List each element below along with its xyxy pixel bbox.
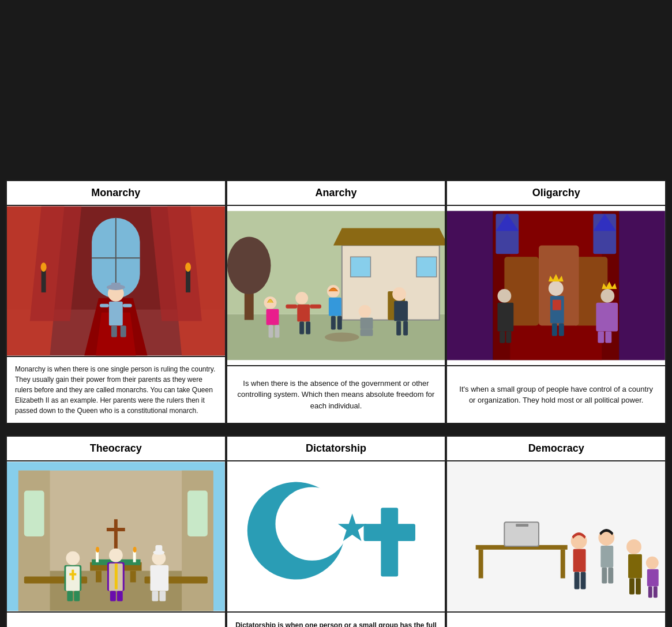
svg-rect-37: [299, 322, 304, 335]
svg-rect-137: [628, 554, 642, 579]
svg-point-90: [96, 547, 99, 553]
svg-rect-42: [337, 316, 341, 330]
svg-rect-14: [109, 302, 123, 326]
svg-rect-86: [96, 571, 102, 583]
svg-rect-108: [117, 591, 123, 601]
svg-rect-142: [648, 586, 652, 598]
democracy-description: Democracy is when the member of the stat…: [447, 611, 665, 627]
svg-rect-120: [381, 508, 398, 576]
svg-point-140: [646, 557, 659, 569]
svg-rect-84: [187, 490, 208, 536]
svg-rect-115: [159, 591, 166, 601]
oligarchy-description: It's when a small group of people have c…: [447, 365, 665, 423]
svg-rect-38: [306, 322, 310, 335]
monarchy-title: Monarchy: [7, 181, 225, 206]
svg-rect-113: [150, 565, 168, 591]
page-container: Monarchy: [6, 180, 666, 447]
svg-rect-101: [74, 591, 80, 601]
bottom-row: Theocracy: [6, 435, 666, 447]
oligarchy-cell: Oligarchy: [446, 180, 666, 424]
svg-rect-24: [350, 257, 370, 277]
svg-rect-94: [107, 528, 125, 531]
democracy-title: Democracy: [447, 437, 665, 461]
svg-point-136: [626, 539, 641, 554]
theocracy-cell: Theocracy: [6, 435, 226, 627]
svg-rect-49: [403, 321, 408, 336]
svg-rect-16: [123, 304, 132, 307]
svg-rect-141: [647, 569, 659, 587]
monarchy-image: [7, 206, 225, 356]
anarchy-image: [227, 206, 445, 365]
svg-point-97: [66, 551, 80, 565]
svg-rect-139: [636, 579, 641, 595]
svg-rect-129: [573, 549, 586, 572]
svg-rect-63: [498, 303, 514, 332]
svg-rect-112: [155, 545, 162, 553]
svg-rect-131: [581, 572, 586, 590]
svg-point-28: [325, 332, 359, 341]
svg-rect-35: [286, 305, 297, 309]
svg-rect-9: [186, 269, 190, 292]
monarchy-cell: Monarchy: [6, 180, 226, 424]
monarchy-description: Monarchy is when there is one single per…: [7, 356, 225, 423]
grid-container: Monarchy: [6, 180, 666, 447]
svg-point-104: [109, 549, 123, 562]
top-row: Monarchy: [6, 180, 666, 424]
svg-rect-125: [561, 550, 565, 579]
democracy-cell: Democracy: [446, 435, 666, 627]
svg-rect-71: [552, 324, 557, 336]
dictatorship-title: Dictatorship: [227, 437, 445, 461]
anarchy-description: Is when there is the absence of the gove…: [227, 365, 445, 423]
svg-rect-133: [601, 546, 614, 568]
svg-rect-13: [111, 283, 121, 288]
svg-rect-134: [602, 568, 607, 584]
anarchy-title: Anarchy: [227, 181, 445, 206]
dictatorship-image: [227, 461, 445, 611]
svg-rect-100: [67, 591, 73, 601]
svg-rect-51: [447, 211, 493, 360]
dictatorship-cell: Dictatorship: [226, 435, 446, 627]
svg-rect-70: [500, 332, 505, 343]
svg-point-33: [295, 292, 308, 305]
svg-point-73: [601, 289, 615, 303]
svg-rect-44: [360, 318, 373, 329]
svg-rect-138: [629, 579, 635, 595]
svg-rect-89: [96, 551, 99, 562]
svg-rect-121: [363, 524, 415, 541]
democracy-image: [447, 461, 665, 611]
svg-rect-109: [115, 564, 118, 590]
svg-point-62: [498, 289, 512, 303]
svg-rect-143: [654, 586, 658, 598]
svg-point-118: [275, 487, 348, 561]
svg-rect-45: [360, 329, 373, 336]
svg-point-10: [185, 262, 191, 272]
svg-rect-31: [268, 325, 273, 338]
svg-point-8: [41, 262, 47, 272]
svg-rect-135: [609, 568, 614, 584]
svg-rect-65: [506, 332, 512, 343]
row-spacer: [6, 424, 666, 435]
svg-rect-75: [598, 332, 605, 343]
svg-point-92: [133, 547, 137, 553]
svg-rect-36: [310, 305, 321, 309]
svg-rect-83: [24, 490, 44, 536]
svg-marker-22: [333, 228, 445, 246]
svg-rect-7: [42, 269, 46, 292]
oligarchy-image: [447, 206, 665, 365]
svg-rect-76: [606, 332, 612, 343]
svg-rect-52: [619, 211, 665, 360]
svg-rect-114: [152, 591, 158, 601]
svg-rect-17: [111, 326, 117, 337]
svg-rect-91: [133, 551, 136, 562]
svg-rect-103: [69, 573, 76, 576]
svg-point-27: [227, 237, 271, 294]
svg-rect-130: [575, 572, 580, 590]
svg-rect-40: [329, 298, 341, 316]
svg-rect-72: [559, 324, 564, 336]
svg-rect-107: [110, 591, 116, 601]
svg-point-46: [392, 287, 406, 301]
svg-rect-30: [266, 309, 279, 325]
theocracy-title: Theocracy: [7, 437, 225, 461]
svg-rect-74: [596, 303, 618, 332]
theocracy-image: [7, 461, 225, 611]
